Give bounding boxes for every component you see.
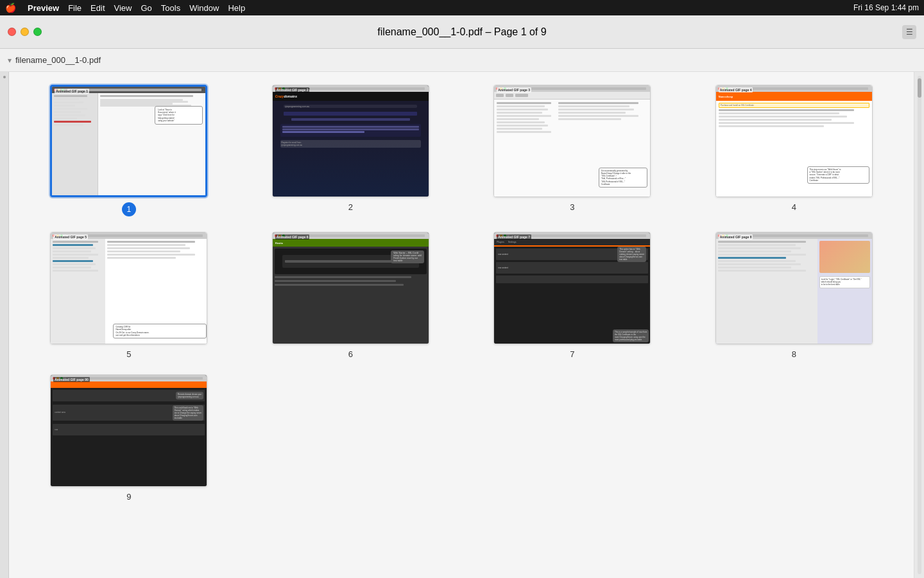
thumb-url: rjmprogramming.com.au xyxy=(284,105,417,108)
thumb-content-7: row content This option has no "WebDomai… xyxy=(494,247,650,344)
page-number-2[interactable]: 2 xyxy=(348,202,353,212)
thumb-row-9a: Remote domain shows yourrjmprogramming.c… xyxy=(53,390,205,401)
menubar: 🍎 Preview File Edit View Go Tools Window… xyxy=(0,0,924,15)
clock: Fri 16 Sep 1:44 pm xyxy=(853,3,919,12)
thumb-row-7b: row content xyxy=(496,262,648,274)
thumb-speech-5: Creating CSR forNameCheap afterOn 26 Oct… xyxy=(113,324,207,338)
menubar-tools[interactable]: Tools xyxy=(161,3,180,13)
thumbnail-frame-3[interactable]: Animated GIF page 3 xyxy=(493,85,651,197)
page-cell-6[interactable]: Animated GIF page 6 Hestia Web Starter –… xyxy=(246,232,456,359)
thumb-right-8: Look for "Login," "SSL Certificate" or "… xyxy=(817,239,872,344)
thumbnail-frame-2[interactable]: rjmprogramming.com.au Animated GIF page … xyxy=(272,85,429,197)
sidebar-strip xyxy=(0,72,9,578)
page-number-4[interactable]: 4 xyxy=(792,202,796,212)
page-number-3[interactable]: 3 xyxy=(570,202,574,212)
thumb-title-9: Animated GIF page 90 xyxy=(53,377,90,382)
page-number-1[interactable]: 1 xyxy=(122,202,136,216)
thumb-text-7a: row content xyxy=(498,253,616,256)
thumbnail-frame-9[interactable]: Animated GIF page 90 Remote domain shows… xyxy=(50,374,207,487)
thumb-text-9c: row xyxy=(55,428,58,431)
thumb-bubble-9a: Remote domain shows yourrjmprogramming.c… xyxy=(176,392,203,399)
thumb-content-9: Remote domain shows yourrjmprogramming.c… xyxy=(51,388,207,486)
thumb-bubble-6: Web Starter – SSL Certifinding for domai… xyxy=(391,250,424,263)
page-number-8[interactable]: 8 xyxy=(792,349,796,359)
menubar-file[interactable]: File xyxy=(68,3,81,13)
thumb-dark-box-6: Web Starter – SSL Certifinding for domai… xyxy=(275,249,427,274)
right-sidebar xyxy=(914,72,924,578)
thumbnail-frame-4[interactable]: Animated GIF page 4 Namecheap Purchase a… xyxy=(715,85,873,197)
content-area: Animated GIF page 1 xyxy=(0,72,924,578)
thumbnail-content-2: rjmprogramming.com.au Animated GIF page … xyxy=(273,85,429,197)
thumb-p1-content: Look at "Save toDocuments" where itsays … xyxy=(52,93,205,195)
sidebar-toggle-button[interactable]: ☰ xyxy=(902,25,916,39)
thumb-yellow-4: Purchase and Install an SSL Certificate xyxy=(719,103,869,108)
thumbnail-frame-1[interactable]: Animated GIF page 1 xyxy=(50,85,207,197)
page-number-5[interactable]: 5 xyxy=(126,349,131,359)
thumb-content-6: Web Starter – SSL Certifinding for domai… xyxy=(273,247,429,344)
page-cell-1[interactable]: Animated GIF page 1 xyxy=(24,85,234,216)
thumb-sidebar xyxy=(52,93,98,195)
scrollbar-track[interactable] xyxy=(918,76,921,574)
thumb-nav-2: Crazy domains xyxy=(273,92,429,101)
page-number-7[interactable]: 7 xyxy=(570,349,574,359)
thumbnail-grid: Animated GIF page 1 xyxy=(24,85,898,502)
thumb-left-5 xyxy=(51,239,105,344)
menubar-window[interactable]: Window xyxy=(189,3,219,13)
thumb-nav-6: Hestia xyxy=(273,239,429,247)
thumb-content-5: Creating CSR forNameCheap afterOn 26 Oct… xyxy=(51,239,207,344)
thumbnail-content-6: Animated GIF page 6 Hestia Web Starter –… xyxy=(273,232,429,344)
menubar-left: 🍎 Preview File Edit View Go Tools Window… xyxy=(5,3,245,13)
thumbnail-content-9: Animated GIF page 90 Remote domain shows… xyxy=(51,375,207,486)
thumbnail-frame-8[interactable]: Animated GIF page 8 xyxy=(715,232,873,344)
page-number-6[interactable]: 6 xyxy=(348,349,353,359)
page-cell-3[interactable]: Animated GIF page 3 xyxy=(468,85,677,216)
page-cell-7[interactable]: Animated GIF page 7 Plugins Settings row… xyxy=(468,232,677,359)
nav-arrow-icon[interactable]: ▾ xyxy=(8,56,12,65)
thumbnail-frame-6[interactable]: Animated GIF page 6 Hestia Web Starter –… xyxy=(272,232,429,344)
sidebar-dot xyxy=(3,76,6,78)
minimize-button[interactable] xyxy=(21,28,29,36)
thumb-right-3: Got automatically generated byNameCheap!… xyxy=(558,102,647,194)
thumb-speech-7b: This is a sample/example of now fromthe … xyxy=(613,329,649,342)
thumb-main: Look at "Save toDocuments" where itsays … xyxy=(98,93,205,195)
page-cell-5[interactable]: Animated GIF page 5 xyxy=(24,232,234,359)
thumbnail-frame-5[interactable]: Animated GIF page 5 xyxy=(50,232,207,344)
thumb-speech-1: Look at "Save toDocuments" where itsays … xyxy=(155,106,203,125)
apple-menu[interactable]: 🍎 xyxy=(5,3,16,13)
thumb-toolbar-3 xyxy=(494,92,650,100)
thumb-tab-7: Plugins xyxy=(497,241,504,243)
thumb-header-text-4: Namecheap xyxy=(719,95,733,98)
thumb-text-7b: row content xyxy=(498,267,646,269)
thumb-title-3: Animated GIF page 3 xyxy=(497,87,531,92)
thumb-form-2 xyxy=(280,124,421,137)
menubar-app-name[interactable]: Preview xyxy=(28,3,59,13)
thumb-header-4: Namecheap xyxy=(716,92,872,101)
thumb-speech-7a: This option has no "WebDomain" setting..… xyxy=(617,247,646,262)
menubar-right: Fri 16 Sep 1:44 pm xyxy=(853,3,919,12)
thumb-nav-9 xyxy=(51,381,207,388)
thumb-speech-3: Got automatically generated byNameCheap!… xyxy=(599,168,647,188)
thumb-text-9: content area xyxy=(55,411,65,414)
thumbnail-frame-7[interactable]: Animated GIF page 7 Plugins Settings row… xyxy=(493,232,651,344)
thumbnail-content-8: Animated GIF page 8 xyxy=(716,232,872,344)
close-button[interactable] xyxy=(8,28,16,36)
page-cell-2[interactable]: rjmprogramming.com.au Animated GIF page … xyxy=(246,85,456,216)
thumb-img-8 xyxy=(819,241,870,273)
menubar-help[interactable]: Help xyxy=(228,3,245,13)
main-area: Animated GIF page 1 xyxy=(9,72,914,578)
thumb-left-8 xyxy=(716,239,817,344)
menubar-go[interactable]: Go xyxy=(141,3,151,13)
page-cell-4[interactable]: Animated GIF page 4 Namecheap Purchase a… xyxy=(690,85,899,216)
maximize-button[interactable] xyxy=(33,28,42,36)
menubar-edit[interactable]: Edit xyxy=(90,3,105,13)
page-number-9[interactable]: 9 xyxy=(126,492,131,502)
page-cell-8[interactable]: Animated GIF page 8 xyxy=(690,232,899,359)
thumb-content-2: rjmprogramming.com.au Register for email… xyxy=(273,101,429,197)
page-cell-9[interactable]: Animated GIF page 90 Remote domain shows… xyxy=(24,374,234,502)
thumb-right-5: Creating CSR forNameCheap afterOn 26 Oct… xyxy=(105,239,207,344)
thumb-row-9b: content area This could back me to "WebD… xyxy=(53,405,205,421)
scrollbar-thumb[interactable] xyxy=(918,78,921,98)
traffic-lights xyxy=(8,28,42,36)
menubar-view[interactable]: View xyxy=(114,3,132,13)
thumb-title-8: Animated GIF page 8 xyxy=(719,234,753,240)
